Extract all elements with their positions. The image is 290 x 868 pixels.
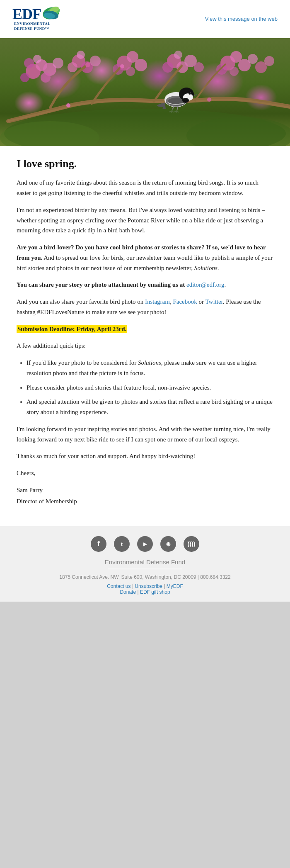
hero-illustration <box>0 38 290 146</box>
para4: You can share your story or photo attach… <box>17 280 273 290</box>
footer-address: 1875 Connecticut Ave. NW, Suite 600, Was… <box>0 574 290 580</box>
gift-link[interactable]: EDF gift shop <box>140 589 170 595</box>
contact-link[interactable]: Contact us <box>107 583 130 589</box>
svg-point-22 <box>126 67 135 76</box>
svg-point-9 <box>53 58 63 68</box>
para2: I'm not an experienced birder by any mea… <box>17 205 273 236</box>
svg-point-11 <box>33 55 41 63</box>
svg-point-53 <box>66 103 70 107</box>
svg-point-10 <box>20 73 29 82</box>
svg-point-12 <box>41 73 51 83</box>
para3: Are you a bird-lover? Do you have cool b… <box>17 242 273 273</box>
email-wrapper: EDF ENVIRONMENTAL DEFEN <box>0 0 290 602</box>
svg-point-34 <box>248 54 258 64</box>
svg-point-33 <box>230 67 239 76</box>
deadline-text: Submission Deadline: Friday, April 23rd. <box>17 325 127 333</box>
unsubscribe-link[interactable]: Unsubscribe <box>135 583 162 589</box>
facebook-link[interactable]: Facebook <box>173 298 197 305</box>
view-web-link[interactable]: View this message on the web <box>205 16 278 22</box>
para9: Cheers, <box>17 468 273 478</box>
para7: I'm looking forward to your inspiring st… <box>17 424 273 445</box>
donate-link[interactable]: Donate <box>120 589 136 595</box>
svg-point-54 <box>85 62 90 67</box>
footer-divider <box>108 569 182 569</box>
para4-bold: You can share your story or photo attach… <box>17 281 186 288</box>
para6: A few additional quick tips: <box>17 341 273 351</box>
footer: f t ▶ ◉ )))) Environmental Defense Fund … <box>0 526 290 602</box>
bullet-list: If you'd like your photo to be considere… <box>17 358 273 417</box>
youtube-icon[interactable]: ▶ <box>137 536 153 552</box>
twitter-icon[interactable]: t <box>114 536 130 552</box>
main-content: I love spring. And one of my favorite th… <box>0 146 290 526</box>
logo-tagline: ENVIRONMENTAL DEFENSE FUND™ <box>14 22 51 31</box>
para8: Thanks so much for your action and suppo… <box>17 451 273 461</box>
svg-point-55 <box>120 64 124 68</box>
footer-links: Contact us | Unsubscribe | MyEDF Donate … <box>0 583 290 595</box>
twitter-link[interactable]: Twitter <box>205 298 222 305</box>
author-name: Sam Parry <box>17 485 273 495</box>
logo-area: EDF ENVIRONMENTAL DEFEN <box>12 7 60 31</box>
svg-point-7 <box>24 58 34 68</box>
svg-point-17 <box>77 51 85 59</box>
social-icons: f t ▶ ◉ )))) <box>0 536 290 552</box>
rss-icon[interactable]: )))) <box>184 536 199 552</box>
instagram-icon[interactable]: ◉ <box>160 536 176 552</box>
svg-point-31 <box>216 64 227 75</box>
para1: And one of my favorite things about this… <box>17 178 273 198</box>
logo-letters: EDF <box>12 7 41 22</box>
hero-image <box>0 38 290 146</box>
myedf-link[interactable]: MyEDF <box>167 583 183 589</box>
svg-point-27 <box>194 62 204 72</box>
svg-point-21 <box>135 59 147 71</box>
para3-italic: Solutions <box>194 265 218 271</box>
svg-point-28 <box>174 51 182 59</box>
deadline-para: Submission Deadline: Friday, April 23rd. <box>17 324 273 334</box>
svg-point-42 <box>182 98 189 103</box>
instagram-link[interactable]: Instagram <box>145 298 170 305</box>
svg-point-16 <box>90 56 101 66</box>
main-heading: I love spring. <box>17 158 273 170</box>
para5: And you can also share your favorite bir… <box>17 297 273 317</box>
list-item: If you'd like your photo to be considere… <box>27 358 273 378</box>
author-title: Director of Membership <box>17 496 273 507</box>
email-link[interactable]: editor@edf.org <box>186 281 224 288</box>
svg-point-15 <box>68 62 77 72</box>
svg-point-43 <box>188 92 191 95</box>
list-item: Please consider photos and stories that … <box>27 383 273 393</box>
logo-leaf-icon <box>42 6 60 21</box>
footer-org-name: Environmental Defense Fund <box>0 558 290 566</box>
list-item: And special attention will be given to p… <box>27 397 273 417</box>
svg-point-56 <box>207 98 211 102</box>
svg-point-36 <box>264 56 274 66</box>
facebook-icon[interactable]: f <box>91 536 106 552</box>
email-header: EDF ENVIRONMENTAL DEFEN <box>0 0 290 38</box>
svg-point-25 <box>162 62 173 73</box>
svg-point-44 <box>190 93 191 93</box>
